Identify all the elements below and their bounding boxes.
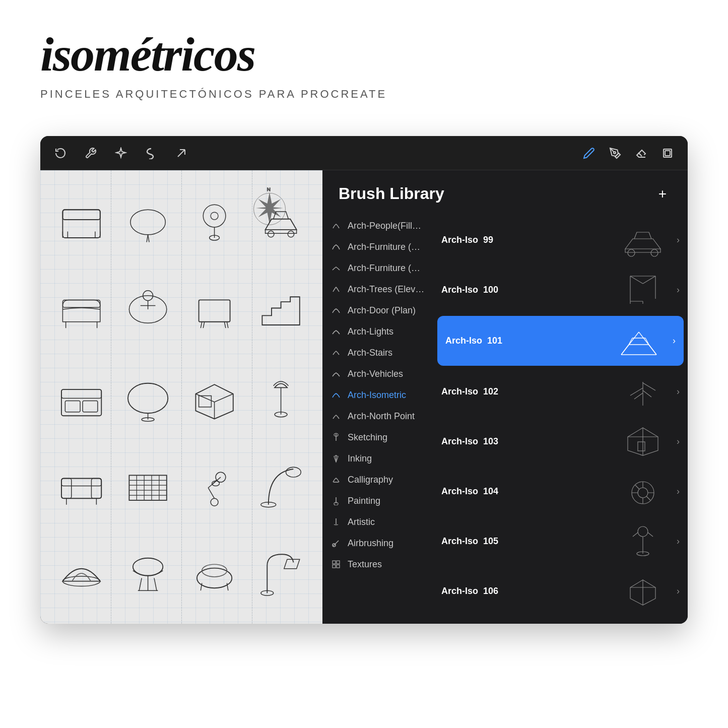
svg-line-70 [154,578,157,591]
category-arch-furniture-elev-label: Arch-Furniture (Elev... [348,263,425,274]
category-calligraphy[interactable]: Calligraphy [322,469,433,490]
brush-item-105[interactable]: Arch-Iso 105 › [433,516,688,566]
category-arch-north[interactable]: Arch-North Point [322,406,433,427]
svg-rect-83 [337,561,340,564]
category-arch-door[interactable]: Arch-Door (Plan) [322,300,433,321]
brush-item-101[interactable]: Arch-Iso 101 [437,316,684,366]
category-arch-stairs[interactable]: Arch-Stairs [322,342,433,363]
smudge-icon[interactable] [143,145,159,161]
brush-105-info: Arch-Iso 105 [441,536,609,547]
category-calligraphy-label: Calligraphy [348,475,393,485]
svg-line-92 [643,276,655,284]
category-arch-isometric-label: Arch-Isometric [348,390,406,401]
category-arch-lights-label: Arch-Lights [348,326,393,337]
brush-list: Arch-Iso 99 › [433,213,688,624]
brush-104-info: Arch-Iso 104 [441,486,609,497]
history-icon[interactable] [52,145,69,161]
arch-people-icon [330,220,342,231]
svg-line-31 [204,322,205,328]
furniture-table-round [117,180,179,264]
arch-vehicles-icon [330,368,342,379]
arch-lights-icon [330,326,342,337]
category-airbrushing[interactable]: Airbrushing [322,533,433,554]
add-brush-button[interactable]: + [653,185,672,203]
brush-panel-title: Brush Library [339,184,444,203]
page-header: isométricos PINCELES ARQUITECTÓNICOS PAR… [0,0,728,121]
page-subtitle: PINCELES ARQUITECTÓNICOS PARA PROCREATE [40,88,688,101]
category-arch-lights[interactable]: Arch-Lights [322,321,433,342]
svg-line-109 [643,390,651,397]
sketching-icon [330,432,342,443]
content-area: N [40,170,688,624]
svg-rect-36 [65,401,81,412]
brush-106-name: Arch-Iso 106 [441,586,609,597]
brush-item-102[interactable]: Arch-Iso 102 › [433,367,688,417]
svg-rect-37 [83,401,98,412]
svg-rect-84 [333,565,336,568]
canvas[interactable]: N [40,170,322,624]
svg-point-87 [651,249,658,256]
textures-icon [330,559,342,570]
furniture-arc-floor-lamp [250,530,312,614]
category-inking[interactable]: Inking [322,448,433,469]
svg-point-38 [128,383,168,414]
furniture-tent [50,530,113,614]
category-list: Arch-People(Filled) Arch-Furniture (Plan… [322,213,433,624]
category-textures[interactable]: Textures [322,554,433,575]
arch-stairs-icon [330,347,342,358]
arch-isometric-icon [330,389,342,401]
svg-point-18 [211,212,219,220]
svg-rect-45 [61,478,72,498]
eraser-icon[interactable] [633,145,649,161]
category-painting[interactable]: Painting [322,490,433,511]
brush-item-103[interactable]: Arch-Iso 103 › [433,417,688,467]
furniture-grid [40,170,322,624]
magic-icon[interactable] [113,145,129,161]
arch-furniture-plan-icon [330,241,342,252]
toolbar-right [581,145,676,161]
svg-rect-7 [63,210,100,220]
svg-line-30 [227,322,228,328]
pencil-icon[interactable] [581,145,597,161]
brush-100-preview [615,271,671,309]
category-arch-people[interactable]: Arch-People(Filled) [322,215,433,236]
category-arch-stairs-label: Arch-Stairs [348,348,392,358]
svg-line-29 [201,322,202,328]
svg-line-32 [225,322,226,328]
arch-north-icon [330,411,342,422]
category-sketching[interactable]: Sketching [322,427,433,448]
calligraphy-icon [330,474,342,485]
svg-line-125 [648,533,653,537]
brush-item-104[interactable]: Arch-Iso 104 [433,467,688,516]
brush-99-name: Arch-Iso 99 [441,235,609,245]
wrench-icon[interactable] [83,145,99,161]
svg-line-102 [649,345,656,355]
category-arch-trees[interactable]: Arch-Trees (Elevation) [322,279,433,300]
brush-105-chevron: › [677,536,680,547]
brush-101-preview [611,322,667,360]
brush-103-name: Arch-Iso 103 [441,436,609,447]
category-artistic[interactable]: Artistic [322,511,433,533]
arrow-icon[interactable] [173,145,189,161]
category-arch-furniture-elev[interactable]: Arch-Furniture (Elev... [322,257,433,279]
brush-104-chevron: › [677,486,680,497]
brush-101-chevron: › [673,336,676,346]
category-arch-furniture-plan[interactable]: Arch-Furniture (Plan) [322,236,433,257]
furniture-car-iso [250,180,312,264]
svg-rect-2 [665,151,670,156]
svg-line-107 [643,383,655,390]
svg-rect-46 [92,478,102,498]
brush-panel-content: Arch-People(Filled) Arch-Furniture (Plan… [322,213,688,624]
brush-100-chevron: › [677,285,680,295]
brush-103-info: Arch-Iso 103 [441,436,609,447]
brush-item-100[interactable]: Arch-Iso 100 [433,265,688,315]
svg-line-108 [634,393,643,399]
brush-item-106[interactable]: Arch-Iso 106 › [433,566,688,616]
svg-rect-35 [61,389,101,398]
app-window: N [40,136,688,624]
layers-icon[interactable] [659,145,676,161]
category-arch-isometric[interactable]: Arch-Isometric [322,384,433,406]
pen-icon[interactable] [607,145,623,161]
brush-item-99[interactable]: Arch-Iso 99 › [433,215,688,265]
category-arch-vehicles[interactable]: Arch-Vehicles [322,363,433,384]
